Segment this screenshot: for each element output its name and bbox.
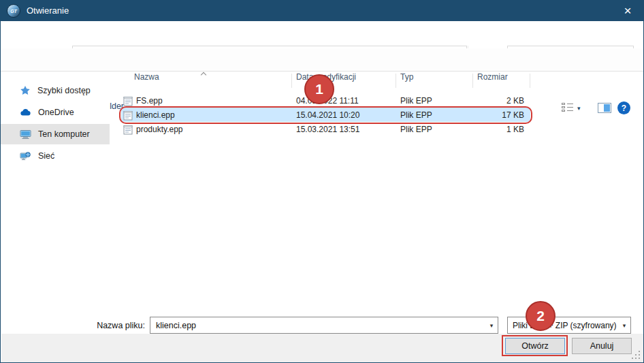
filename-label: Nazwa pliku: xyxy=(88,321,145,330)
sidebar-item-quick-access[interactable]: Szybki dostęp xyxy=(1,80,110,101)
file-type: Plik EPP xyxy=(396,125,472,134)
onedrive-cloud-icon xyxy=(20,107,31,118)
window-title: Otwieranie xyxy=(27,5,69,16)
annotation-step-2-badge: 2 xyxy=(526,301,556,331)
sidebar-item-this-pc[interactable]: Ten komputer xyxy=(1,124,110,144)
navigation-pane: Szybki dostęp OneDrive Ten komputer xyxy=(1,72,110,304)
command-toolbar: Organizuj ▾ Nowy folder ▾ ? xyxy=(1,48,643,72)
file-name: FS.epp xyxy=(136,96,163,106)
change-view-icon[interactable] xyxy=(562,103,573,112)
help-icon[interactable]: ? xyxy=(617,101,630,114)
file-name: produkty.epp xyxy=(136,125,183,134)
cancel-button[interactable]: Anuluj xyxy=(572,338,632,354)
sidebar-item-network[interactable]: Sieć xyxy=(1,146,110,166)
sidebar-item-label: Szybki dostęp xyxy=(37,86,91,95)
epp-file-icon xyxy=(123,124,133,135)
column-divider[interactable] xyxy=(530,74,530,88)
file-size: 1 KB xyxy=(472,125,530,134)
column-header-size[interactable]: Rozmiar xyxy=(477,72,508,82)
file-size: 2 KB xyxy=(472,96,530,106)
app-logo-icon: GT xyxy=(7,4,20,18)
column-divider[interactable] xyxy=(291,74,292,88)
sort-ascending-icon xyxy=(202,69,206,79)
file-type: Plik EPP xyxy=(396,96,472,106)
filetype-value: Pliki EPP + ZIP (szyfrowany) (*. xyxy=(508,321,618,330)
filename-input[interactable] xyxy=(150,321,485,330)
this-pc-icon xyxy=(20,129,31,140)
column-header-type[interactable]: Typ xyxy=(400,72,413,82)
column-divider[interactable] xyxy=(396,74,396,88)
sidebar-item-onedrive[interactable]: OneDrive xyxy=(1,102,110,123)
filename-combobox[interactable]: ▾ xyxy=(150,317,498,334)
sidebar-item-label: OneDrive xyxy=(38,108,74,117)
filename-dropdown-caret-icon[interactable]: ▾ xyxy=(485,322,498,329)
resize-grip[interactable] xyxy=(631,350,640,359)
annotation-highlight-open-button xyxy=(502,335,568,356)
filetype-dropdown-caret-icon[interactable]: ▾ xyxy=(618,322,630,329)
column-header-name[interactable]: Nazwa xyxy=(134,72,159,82)
open-file-dialog: GT Otwieranie × ← → ↑ › Ten komputer › P… xyxy=(0,0,644,363)
sidebar-item-label: Ten komputer xyxy=(38,129,90,139)
annotation-highlight-selected-file xyxy=(119,106,532,124)
epp-file-icon xyxy=(123,95,133,106)
file-row-produkty[interactable]: produkty.epp 15.03.2021 13:51 Plik EPP 1… xyxy=(121,122,530,136)
close-icon[interactable]: × xyxy=(612,1,643,21)
network-icon xyxy=(20,151,31,161)
titlebar: GT Otwieranie × xyxy=(1,1,643,21)
column-divider[interactable] xyxy=(472,74,473,88)
preview-pane-icon[interactable] xyxy=(598,103,611,113)
file-date: 15.03.2021 13:51 xyxy=(291,125,396,134)
view-dropdown-caret-icon[interactable]: ▾ xyxy=(577,105,581,112)
sidebar-item-label: Sieć xyxy=(38,151,54,161)
annotation-step-1-badge: 1 xyxy=(304,74,334,104)
navigation-bar: ← → ↑ › Ten komputer › Pulpit › Komunika… xyxy=(1,21,643,48)
quick-access-star-icon xyxy=(20,85,31,96)
